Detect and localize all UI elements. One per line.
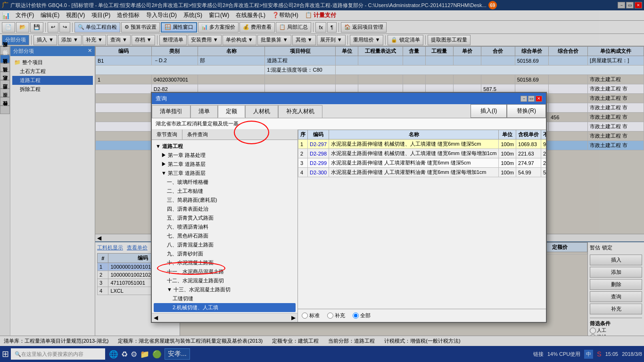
modal-titlebar: 查询 － ▭ ✕ bbox=[152, 93, 546, 104]
modal-tab-list[interactable]: 清单 bbox=[190, 105, 218, 118]
modal-body: 章节查询 条件查询 ▼ 道路工程 ▶ 第一章 路基处理 ▶ 第二章 道路基层 ▼… bbox=[152, 130, 546, 322]
r4-code: D2-300 bbox=[308, 168, 329, 177]
radio-all[interactable]: 全部 bbox=[353, 312, 371, 319]
r3-price2: 265.52 bbox=[541, 158, 546, 168]
result-row[interactable]: 2 D2-298 水泥混凝土路面伸缩缝 机械切缝、人工填灌缝 缝宽6mm 缝深每… bbox=[298, 149, 546, 158]
tree-ch3-13[interactable]: ▼ 十三、水泥混凝土路面切 bbox=[154, 285, 296, 294]
r2-name: 水泥混凝土路面伸缩缝 机械切缝、人工填灌缝 缝宽6mm 缝深每增加1cm bbox=[329, 149, 499, 158]
tree-scroll-btns: ◀ ▶ bbox=[152, 313, 297, 322]
tree-ch3-6[interactable]: 六、喷洒沥青油料 bbox=[154, 222, 296, 231]
tree-ch3-4[interactable]: 四、沥青表面处治 bbox=[154, 205, 296, 214]
result-col-unit: 单位 bbox=[499, 130, 516, 140]
tree-ch3-9[interactable]: 九、沥青砂封面 bbox=[154, 249, 296, 258]
tree-ch3-13-1[interactable]: 工缝切缝 bbox=[154, 294, 296, 303]
tree-ch3[interactable]: ▼ 第三章 道路面层 bbox=[154, 169, 296, 178]
modal-left-panel: 章节查询 条件查询 ▼ 道路工程 ▶ 第一章 路基处理 ▶ 第二章 道路基层 ▼… bbox=[152, 130, 298, 322]
chapter-search-tab[interactable]: 章节查询 bbox=[152, 130, 182, 140]
r3-unit: 100m bbox=[499, 158, 516, 168]
r2-unit: 100m bbox=[499, 149, 516, 158]
tree-scroll-right[interactable]: ▶ bbox=[291, 314, 296, 321]
result-row[interactable]: 4 D2-300 水泥混凝土路面伸缩缝 人工填灌塑料油膏 缝宽6mm 缝深每增加… bbox=[298, 168, 546, 177]
source-label: 湖北省市政工程消耗量定额及统一基 bbox=[156, 120, 239, 127]
result-col-price-notax: 不含税单价 bbox=[541, 130, 546, 140]
modal-title: 查询 bbox=[156, 95, 167, 103]
r4-name: 水泥混凝土路面伸缩缝 人工填灌塑料油膏 缝宽6mm 缝深每增加1cm bbox=[329, 168, 499, 177]
r2-price1: 221.63 bbox=[516, 149, 541, 158]
result-col-code: 编码 bbox=[308, 130, 329, 140]
r4-price2: 53.1 bbox=[541, 168, 546, 177]
result-col-price-tax: 含税单价 bbox=[516, 130, 541, 140]
modal-insert-btn[interactable]: 插入(I) bbox=[471, 104, 507, 118]
tree-scroll-left[interactable]: ◀ bbox=[154, 314, 158, 321]
tree-ch3-2[interactable]: 二、土工布贴缝 bbox=[154, 187, 296, 196]
tree-ch3-1[interactable]: 一、玻璃纤维格栅 bbox=[154, 178, 296, 187]
r4-unit: 100m bbox=[499, 168, 516, 177]
radio-supplement[interactable]: 补充 bbox=[327, 312, 345, 319]
modal-tab-spacer bbox=[322, 104, 471, 118]
tree-ch3-3[interactable]: 三、简易路面(磨耗层) bbox=[154, 196, 296, 205]
modal-maximize[interactable]: ▭ bbox=[528, 96, 535, 102]
r4-num: 4 bbox=[298, 168, 308, 177]
modal-results-table: 序 编码 名称 单位 含税单价 不含税单价 1 D2-297 水泥混凝土路面伸缩 bbox=[298, 130, 546, 177]
r1-unit: 100m bbox=[499, 140, 516, 149]
query-modal: 查询 － ▭ ✕ 清单指引 清单 定额 人材机 补充人材机 插入(I) 替换(R… bbox=[151, 92, 547, 323]
tree-ch1[interactable]: ▶ 第一章 路基处理 bbox=[154, 151, 296, 160]
r1-price1: 1069.83 bbox=[516, 140, 541, 149]
tree-ch3-7[interactable]: 七、黑色碎石路面 bbox=[154, 231, 296, 240]
r3-num: 3 bbox=[298, 158, 308, 168]
r2-price2: 204.65 bbox=[541, 149, 546, 158]
r3-price1: 274.97 bbox=[516, 158, 541, 168]
result-col-num: 序 bbox=[298, 130, 308, 140]
tree-ch3-8[interactable]: 八、沥青混凝土路面 bbox=[154, 240, 296, 249]
modal-tab-quota[interactable]: 定额 bbox=[218, 105, 245, 118]
modal-footer: 标准 补充 全部 bbox=[298, 309, 546, 322]
r3-code: D2-299 bbox=[308, 158, 329, 168]
modal-results-area: 序 编码 名称 单位 含税单价 不含税单价 1 D2-297 水泥混凝土路面伸缩 bbox=[298, 130, 546, 309]
tree-ch3-11[interactable]: 十一、水泥商品混凝土路 bbox=[154, 267, 296, 276]
modal-source-bar: 湖北省市政工程消耗量定额及统一基 bbox=[152, 118, 546, 130]
result-col-name: 名称 bbox=[329, 130, 499, 140]
modal-tab-list-guide[interactable]: 清单指引 bbox=[152, 105, 190, 118]
result-row[interactable]: 1 D2-297 水泥混凝土路面伸缩缝 机械切缝、人工填灌缝 缝宽6mm 缝深5… bbox=[298, 140, 546, 149]
modal-search-tabs: 章节查询 条件查询 bbox=[152, 130, 297, 140]
r1-price2: 987.07 bbox=[541, 140, 546, 149]
tree-ch2[interactable]: ▶ 第二章 道路基层 bbox=[154, 160, 296, 169]
r4-price1: 54.99 bbox=[516, 168, 541, 177]
r1-code: D2-297 bbox=[308, 140, 329, 149]
modal-close-btn[interactable]: ✕ bbox=[536, 96, 542, 102]
r1-name: 水泥混凝土路面伸缩缝 机械切缝、人工填灌缝 缝宽6mm 缝深5cm bbox=[329, 140, 499, 149]
tree-ch3-12[interactable]: 十二、水泥混凝土路面切 bbox=[154, 276, 296, 285]
modal-right-panel: 序 编码 名称 单位 含税单价 不含税单价 1 D2-297 水泥混凝土路面伸缩 bbox=[298, 130, 546, 322]
r2-num: 2 bbox=[298, 149, 308, 158]
tree-ch3-13-2[interactable]: 2.机械切缝、人工填 bbox=[154, 303, 296, 312]
modal-tab-labor-material[interactable]: 人材机 bbox=[245, 105, 278, 118]
r1-num: 1 bbox=[298, 140, 308, 149]
modal-tab-supplement[interactable]: 补充人材机 bbox=[278, 105, 322, 118]
modal-window-btns: － ▭ ✕ bbox=[520, 96, 542, 102]
radio-standard[interactable]: 标准 bbox=[302, 312, 320, 319]
modal-tree: ▼ 道路工程 ▶ 第一章 路基处理 ▶ 第二章 道路基层 ▼ 第三章 道路面层 … bbox=[152, 140, 297, 313]
modal-replace-btn[interactable]: 替换(R) bbox=[507, 104, 546, 118]
r3-name: 水泥混凝土路面伸缩缝 人工填灌塑料油膏 缝宽6mm 缝深5cm bbox=[329, 158, 499, 168]
tree-road-work[interactable]: ▼ 道路工程 bbox=[154, 142, 296, 151]
modal-minimize[interactable]: － bbox=[520, 96, 527, 102]
tree-ch3-5[interactable]: 五、沥青贯入式路面 bbox=[154, 214, 296, 222]
modal-tab-bar: 清单指引 清单 定额 人材机 补充人材机 插入(I) 替换(R) bbox=[152, 104, 546, 118]
r2-code: D2-298 bbox=[308, 149, 329, 158]
condition-search-tab[interactable]: 条件查询 bbox=[182, 130, 213, 140]
tree-ch3-10[interactable]: 十、水泥混凝土路面 bbox=[154, 258, 296, 267]
result-row[interactable]: 3 D2-299 水泥混凝土路面伸缩缝 人工填灌塑料油膏 缝宽6mm 缝深5cm… bbox=[298, 158, 546, 168]
